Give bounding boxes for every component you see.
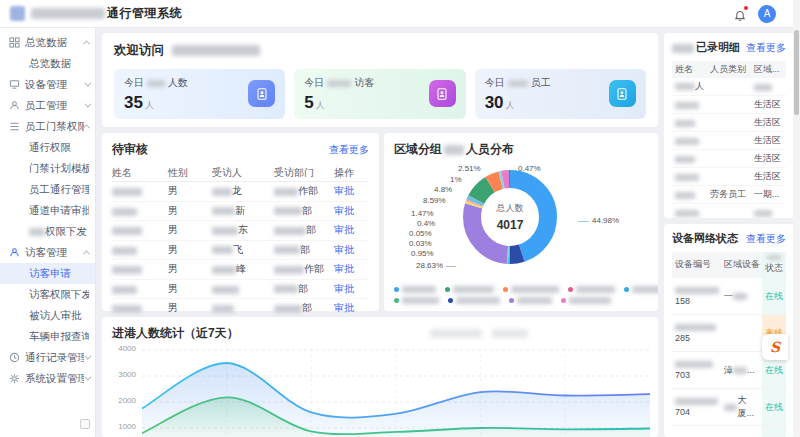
redacted-text <box>724 404 737 411</box>
sidebar-item-records-mgmt[interactable]: 通行记录管理 <box>0 347 95 368</box>
redacted-text <box>569 297 611 304</box>
redacted-text <box>274 227 306 235</box>
table-row: 劳务员工一期... <box>672 186 786 204</box>
legend-item[interactable] <box>624 286 658 293</box>
stat-label-prefix: 今日 <box>124 76 144 90</box>
sidebar-item-visitor-mgmt[interactable]: 访客管理 <box>0 242 95 263</box>
sidebar-item-system-settings[interactable]: 系统设置管理 <box>0 368 95 389</box>
legend-row <box>394 297 648 304</box>
sidebar-item-employee-pass[interactable]: 员工通行管理 <box>0 179 95 200</box>
sidebar-item-visitor-apply[interactable]: 访客申请 <box>0 263 95 284</box>
redacted-text <box>675 324 716 331</box>
person-badge-icon <box>248 80 275 107</box>
redacted-text <box>576 286 615 293</box>
legend-item[interactable] <box>509 297 552 304</box>
redacted-text <box>675 156 695 163</box>
col-header: 姓名 <box>112 166 168 180</box>
redacted-org-name <box>172 45 260 56</box>
approve-link[interactable]: 审批 <box>334 282 366 296</box>
records-table: 姓名人员类别区域...人生活区生活区生活区生活区生活区劳务员工一期... <box>672 61 786 218</box>
settings-icon <box>8 373 20 385</box>
sidebar-item-perm-issue[interactable]: 权限下发 <box>0 221 95 242</box>
floating-s-widget[interactable]: S <box>762 334 788 360</box>
y-tick: 4000 <box>110 344 136 353</box>
legend-item[interactable] <box>503 286 559 293</box>
redacted-text <box>274 266 304 274</box>
dept-cell: 作部 <box>274 262 334 276</box>
sidebar-item-label: 被访人审批 <box>29 309 82 323</box>
redacted-text <box>517 297 552 304</box>
sidebar-item-visitor-perm[interactable]: 访客权限下发 <box>0 284 95 305</box>
visitor-cell: 新 <box>212 204 274 218</box>
region-device-cell: 一 <box>724 278 762 314</box>
legend-item[interactable] <box>394 286 436 293</box>
redacted-text <box>274 305 302 313</box>
redacted-text <box>632 286 658 293</box>
legend-dot-icon <box>394 298 399 303</box>
approve-link[interactable]: 审批 <box>334 184 366 198</box>
chevron-down-icon <box>84 80 91 87</box>
employee-icon <box>8 100 20 112</box>
chevron-down-icon <box>84 101 91 108</box>
region-cell <box>754 82 786 92</box>
legend-item[interactable] <box>394 297 439 304</box>
records-more-link[interactable]: 查看更多 <box>746 41 786 55</box>
redacted-text <box>274 188 298 196</box>
legend-item[interactable] <box>448 297 500 304</box>
gender-cell: 男 <box>168 184 212 198</box>
scrollbar-thumb[interactable] <box>794 30 799 115</box>
approve-link[interactable]: 审批 <box>334 301 366 315</box>
approve-link[interactable]: 审批 <box>334 243 366 257</box>
sidebar-item-overview[interactable]: 总览数据 <box>0 53 95 74</box>
redacted-text <box>675 174 699 181</box>
legend-item[interactable] <box>445 286 494 293</box>
visitor-cell: 飞 <box>212 243 274 257</box>
legend-item[interactable] <box>561 297 611 304</box>
device-number-cell: 285 <box>672 315 724 351</box>
sidebar-item-door-plan[interactable]: 门禁计划模板 <box>0 158 95 179</box>
user-avatar[interactable]: A <box>758 5 776 23</box>
approve-link[interactable]: 审批 <box>334 204 366 218</box>
sidebar-item-label: 门禁计划模板 <box>29 162 89 176</box>
col-header: 区域... <box>754 63 786 76</box>
legend-dot-icon <box>448 298 453 303</box>
sidebar-item-device-mgmt[interactable]: 设备管理 <box>0 74 95 95</box>
approve-link[interactable]: 审批 <box>334 262 366 276</box>
region-cell: 生活区 <box>754 152 786 165</box>
redacted-text <box>754 210 772 217</box>
gender-cell: 男 <box>168 262 212 276</box>
redacted-text <box>212 227 238 235</box>
sidebar-item-channel-approve[interactable]: 通道申请审批 <box>0 200 95 221</box>
chevron-down-icon <box>84 353 91 360</box>
sidebar-item-vehicle-report[interactable]: 车辆申报查询 <box>0 326 95 347</box>
sidebar-item-interviewee[interactable]: 被访人审批 <box>0 305 95 326</box>
visitor-cell: 峰 <box>212 262 274 276</box>
redacted-stat-label <box>508 80 528 87</box>
legend-item[interactable] <box>568 286 615 293</box>
donut-center-label: 总人数 4017 <box>497 202 524 232</box>
region-device-cell: 08栋 <box>724 426 762 437</box>
approve-link[interactable]: 审批 <box>334 223 366 237</box>
pending-more-link[interactable]: 查看更多 <box>329 143 369 157</box>
region-cell <box>754 208 786 218</box>
sidebar-item-employee-mgmt[interactable]: 员工管理 <box>0 95 95 116</box>
devices-more-link[interactable]: 查看更多 <box>746 232 786 246</box>
table-row: 704大厦...在线 <box>672 389 786 426</box>
legend-dot-icon <box>509 298 514 303</box>
visitor-badge-icon <box>429 80 456 107</box>
donut-label: 44.98% <box>592 216 619 225</box>
page-scrollbar[interactable] <box>793 0 800 437</box>
redacted-legend-item <box>430 329 482 338</box>
sidebar-item-pass-perm[interactable]: 通行权限 <box>0 137 95 158</box>
sidebar-item-label: 设备管理 <box>25 78 67 92</box>
chevron-up-icon <box>83 40 90 47</box>
sidebar-item-access-perm[interactable]: 员工门禁权限 <box>0 116 95 137</box>
notification-bell-icon[interactable] <box>734 8 746 20</box>
name-cell <box>672 118 710 128</box>
sidebar-item-overview-group[interactable]: 总览数据 <box>0 32 95 53</box>
redacted-text <box>112 188 142 196</box>
region-cell: 一期... <box>754 188 786 201</box>
chevron-up-icon <box>83 124 90 131</box>
donut-label: 0.05% <box>409 229 432 238</box>
sidebar-collapse-icon[interactable] <box>80 419 90 429</box>
